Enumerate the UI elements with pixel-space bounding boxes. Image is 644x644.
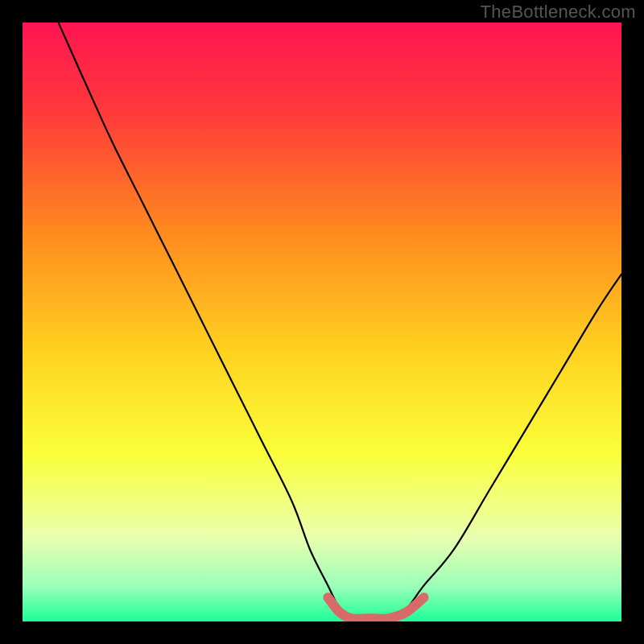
watermark-label: TheBottleneck.com <box>481 2 636 23</box>
chart-frame: TheBottleneck.com <box>0 0 644 644</box>
bottleneck-chart <box>23 23 621 621</box>
chart-background <box>23 23 621 621</box>
